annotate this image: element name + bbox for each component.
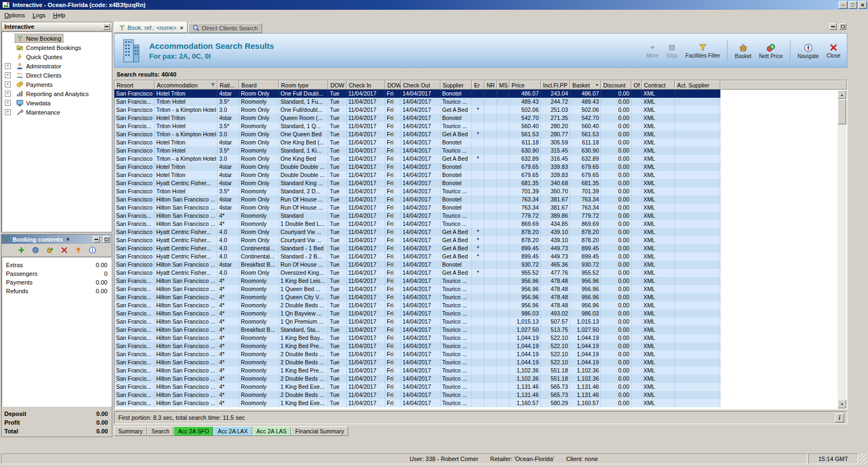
bottom-tab-summary[interactable]: Summary xyxy=(114,426,147,436)
expander-icon[interactable]: + xyxy=(5,109,11,115)
table-row[interactable]: San FranciscoHilton San Francisco ...4st… xyxy=(114,204,720,212)
mdi-minimize-button[interactable] xyxy=(829,23,837,30)
table-row[interactable]: San Francis...Hilton San Francisco ...4*… xyxy=(114,285,720,293)
sidebar-item-reporting-and-analytics[interactable]: +Reporting and Analytics xyxy=(2,89,111,98)
table-row[interactable]: San Francis...Hilton San Francisco ...4*… xyxy=(114,367,720,375)
scrollbar-thumb[interactable] xyxy=(838,99,846,124)
column-header-board[interactable]: Board xyxy=(239,80,279,90)
mdi-restore-button[interactable] xyxy=(839,23,846,30)
sidebar-item-administrator[interactable]: +Administrator xyxy=(2,61,111,71)
table-row[interactable]: San Francis...Hilton San Francisco ...4*… xyxy=(114,301,720,310)
table-row[interactable]: San FranciscoHyatt Centric Fisher...4.0R… xyxy=(114,236,720,244)
tab-close-icon[interactable]: × xyxy=(180,24,183,31)
close-icon[interactable]: × xyxy=(858,1,867,9)
expander-icon[interactable]: + xyxy=(5,91,11,97)
table-row[interactable]: San FranciscoHyatt Centric Fisher...4sta… xyxy=(114,179,720,187)
table-row[interactable]: San Francis...Hilton San Francisco ...4*… xyxy=(114,399,720,407)
sidebar-item-direct-clients[interactable]: +Direct Clients xyxy=(2,71,111,80)
bottom-tab-financial-summary[interactable]: Financial Summary xyxy=(291,426,348,436)
table-row[interactable]: San FranciscoHilton San Francisco ...4st… xyxy=(114,261,720,269)
sidebar-item-payments[interactable]: +Payments xyxy=(2,80,111,89)
basket-button[interactable]: Basket xyxy=(731,41,755,60)
facilities-filter-button[interactable]: Facilities Filter xyxy=(682,41,724,60)
booking-contents-row[interactable]: Refunds0.00 xyxy=(2,287,111,295)
sidebar-item-viewdata[interactable]: +Viewdata xyxy=(2,98,111,108)
table-row[interactable]: San Francis...Hilton San Francisco ...4*… xyxy=(114,318,720,326)
table-row[interactable]: San FranciscoHyatt Centric Fisher...4.0R… xyxy=(114,269,720,277)
column-header-dow[interactable]: DOW xyxy=(328,80,347,90)
table-row[interactable]: San FranciscoTriton - a Kimpton Hotel3.0… xyxy=(114,155,720,163)
table-row[interactable]: San Francis...Hilton San Francisco ...4*… xyxy=(114,342,720,350)
bottom-tab-search[interactable]: Search xyxy=(147,426,174,436)
table-row[interactable]: San FranciscoHotel Triton4starRoom OnlyD… xyxy=(114,171,720,179)
column-header-ms[interactable]: MS xyxy=(497,80,509,90)
column-header-check-in[interactable]: Check In xyxy=(347,80,385,90)
info-button[interactable] xyxy=(88,246,97,254)
basket-add-button[interactable] xyxy=(46,246,54,254)
column-header-basket[interactable]: Basket▼ xyxy=(570,80,601,90)
booking-contents-close-icon[interactable]: × xyxy=(65,236,71,242)
table-row[interactable]: San Francis...Hilton San Francisco ...4*… xyxy=(114,383,720,391)
menu-options[interactable]: Options xyxy=(1,10,29,20)
info-button[interactable]: i xyxy=(835,413,844,422)
column-header-act-supplier[interactable]: Act. Supplier xyxy=(675,80,720,90)
table-row[interactable]: San FranciscoHilton San Francisco ...4st… xyxy=(114,195,720,204)
expander-icon[interactable]: + xyxy=(5,63,11,69)
column-header-accommodation[interactable]: Accommodation xyxy=(155,80,218,90)
minimize-icon[interactable]: ─ xyxy=(839,1,847,9)
bottom-tab-acc-2a-sfo[interactable]: Acc 2A SFO xyxy=(174,426,213,436)
sidebar-item-quick-quotes[interactable]: Quick Quotes xyxy=(2,52,111,61)
table-row[interactable]: San Francis...Hilton San Francisco ...4*… xyxy=(114,391,720,399)
table-row[interactable]: San FranciscoHotel Triton4starRoom OnlyO… xyxy=(114,90,720,98)
column-header-discount[interactable]: Discount xyxy=(601,80,631,90)
table-row[interactable]: San FranciscoHyatt Centric Fisher...4.0R… xyxy=(114,228,720,236)
table-row[interactable]: San Francis...Hilton San Francisco ...4*… xyxy=(114,358,720,367)
expander-icon[interactable]: + xyxy=(5,100,11,106)
table-row[interactable]: San FranciscoTriton - a Kimpton Hotel3.0… xyxy=(114,106,720,114)
column-header-dow[interactable]: DOW xyxy=(385,80,401,90)
table-row[interactable]: San Francis...Hilton San Francisco ...4*… xyxy=(114,212,720,220)
close-button[interactable]: Close xyxy=(823,41,844,60)
column-header-nr[interactable]: NR xyxy=(484,80,497,90)
booking-contents-restore-button[interactable] xyxy=(103,236,110,243)
table-row[interactable]: San Francis...Hilton San Francisco ...4*… xyxy=(114,334,720,342)
table-row[interactable]: San Francis...Hilton San Francisco ...4*… xyxy=(114,326,720,334)
table-row[interactable]: San Francis...Hilton San Francisco ...4*… xyxy=(114,293,720,301)
table-row[interactable]: San FranciscoHotel Triton4starRoom OnlyD… xyxy=(114,163,720,171)
globe-button[interactable] xyxy=(31,246,40,254)
scroll-down-icon[interactable]: ▼ xyxy=(838,400,846,408)
collapse-panel-button[interactable] xyxy=(103,23,110,30)
table-row[interactable]: San Francis...Triton Hotel3.5*RoomonlySt… xyxy=(114,98,720,106)
tab-direct-clients-search[interactable]: Direct Clients Search xyxy=(188,23,262,33)
table-row[interactable]: San Francis...Hilton San Francisco ...4*… xyxy=(114,350,720,358)
vertical-scrollbar[interactable]: ▲ ▼ xyxy=(838,90,846,408)
add-button[interactable] xyxy=(17,246,25,254)
column-header-incl-fl-pp[interactable]: Incl.Fl.PP xyxy=(541,80,570,90)
sidebar-item-completed-bookings[interactable]: Completed Bookings xyxy=(2,43,111,52)
column-header-er[interactable]: Er xyxy=(472,80,484,90)
table-row[interactable]: San Francis...Hilton San Francisco ...4*… xyxy=(114,310,720,318)
table-row[interactable]: San Francis...Triton Hotel3.5*RoomonlySt… xyxy=(114,122,720,130)
bottom-tab-acc-2a-las[interactable]: Acc 2A LAS xyxy=(252,426,291,436)
table-row[interactable]: San Francis...Hilton San Francisco ...4*… xyxy=(114,220,720,228)
scroll-up-icon[interactable]: ▲ xyxy=(838,90,846,99)
booking-contents-row[interactable]: Extras0.00 xyxy=(2,261,111,269)
column-header-check-out[interactable]: Check Out xyxy=(401,80,441,90)
table-row[interactable]: San FranciscoTriton Hotel3.5*RoomonlySta… xyxy=(114,187,720,195)
booking-contents-minimize-button[interactable] xyxy=(93,236,100,243)
table-row[interactable]: San FranciscoTriton Hotel3.5*RoomonlySta… xyxy=(114,147,720,155)
maximize-icon[interactable]: □ xyxy=(848,1,857,9)
tab-book-ref-none[interactable]: Book. ref.: <none>× xyxy=(114,22,188,33)
resize-grip[interactable] xyxy=(859,453,867,464)
expander-icon[interactable]: + xyxy=(5,72,11,78)
booking-contents-row[interactable]: Passengers0 xyxy=(2,269,111,278)
expander-icon[interactable]: + xyxy=(5,81,11,87)
navigate-button[interactable]: Navigate xyxy=(794,41,822,60)
nett-price-button[interactable]: Nett Price xyxy=(756,41,786,60)
table-row[interactable]: San FranciscoHyatt Centric Fisher...4.0C… xyxy=(114,244,720,253)
sidebar-item-maintenance[interactable]: +Maintenance xyxy=(2,108,111,117)
column-header-supplier[interactable]: Supplier xyxy=(441,80,472,90)
column-header-price[interactable]: Price xyxy=(509,80,541,90)
move-up-button[interactable] xyxy=(74,246,82,254)
column-header-room-type[interactable]: Room type xyxy=(279,80,328,90)
